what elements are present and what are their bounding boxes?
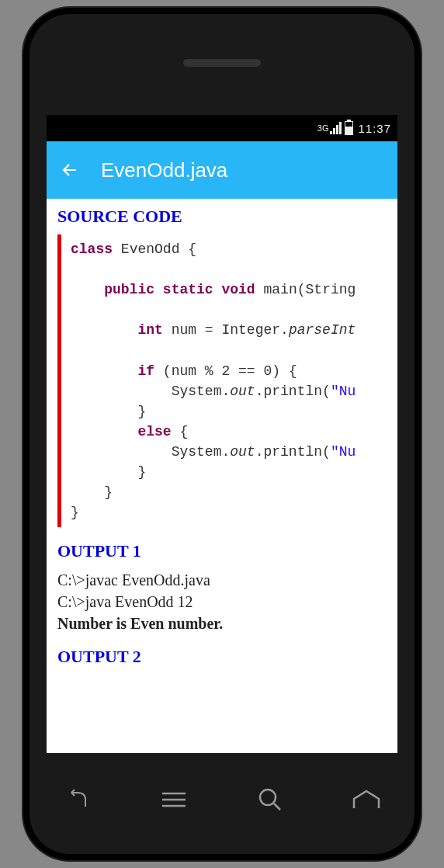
phone-inner: 3G 11:37 EvenOdd.java SOURCE CODE xyxy=(29,14,415,854)
status-clock: 11:37 xyxy=(358,122,391,135)
menu-nav-button[interactable] xyxy=(151,776,197,823)
device-screen: 3G 11:37 EvenOdd.java SOURCE CODE xyxy=(47,115,397,753)
output1-line2: C:\>java EvenOdd 12 xyxy=(57,591,387,613)
signal-icon xyxy=(330,122,342,134)
phone-frame: 3G 11:37 EvenOdd.java SOURCE CODE xyxy=(23,8,421,860)
svg-point-4 xyxy=(260,790,276,805)
app-title: EvenOdd.java xyxy=(101,158,227,182)
output1-result: Number is Even number. xyxy=(57,613,387,634)
search-nav-button[interactable] xyxy=(247,776,293,823)
source-code-block: class EvenOdd { public static void main(… xyxy=(57,234,387,527)
svg-line-5 xyxy=(274,804,280,810)
output1-block: C:\>javac EvenOdd.java C:\>java EvenOdd … xyxy=(57,569,387,634)
source-code-heading: SOURCE CODE xyxy=(57,207,387,227)
app-bar: EvenOdd.java xyxy=(47,141,397,199)
home-nav-button[interactable] xyxy=(343,776,390,823)
output1-heading: OUTPUT 1 xyxy=(57,541,387,561)
back-button[interactable] xyxy=(61,161,79,179)
phone-earpiece xyxy=(183,59,261,67)
hardware-nav-buttons xyxy=(29,769,415,831)
content-area[interactable]: SOURCE CODE class EvenOdd { public stati… xyxy=(47,199,397,753)
network-label: 3G xyxy=(317,124,329,133)
battery-icon xyxy=(345,121,353,135)
output1-line1: C:\>javac EvenOdd.java xyxy=(57,569,387,591)
status-bar: 3G 11:37 xyxy=(47,115,397,141)
back-nav-button[interactable] xyxy=(54,776,101,823)
output2-heading: OUTPUT 2 xyxy=(57,647,387,667)
